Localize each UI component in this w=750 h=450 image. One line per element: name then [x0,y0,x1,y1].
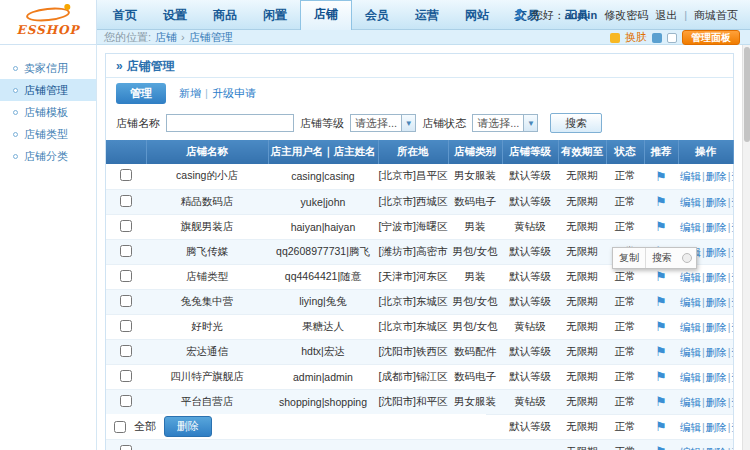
sidebar-item-seller-credit[interactable]: 卖家信用 [0,57,96,79]
batch-delete-button[interactable]: 删除 [164,416,212,437]
action-view-shop[interactable]: 查店铺 [731,296,733,308]
nav-item-goods[interactable]: 商品 [200,0,250,30]
shop-status-select[interactable]: 请选择... ▼ [472,114,538,132]
nav-item-settings[interactable]: 设置 [150,0,200,30]
recommend-flag-icon[interactable]: ⚑ [655,194,667,209]
action-delete[interactable]: 删除 [706,271,727,283]
shop-grade-select[interactable]: 请选择... ▼ [350,114,416,132]
action-delete[interactable]: 删除 [706,396,727,408]
action-edit[interactable]: 编辑 [680,446,701,450]
action-view-shop[interactable]: 查店铺 [731,271,733,283]
change-password-link[interactable]: 修改密码 [604,8,648,23]
recommend-flag-icon[interactable]: ⚑ [655,369,667,384]
admin-panel-button[interactable]: 管理面板 [682,30,740,45]
action-view-shop[interactable]: 查店铺 [731,346,733,358]
cell-location: [沈阳市]和平区 [378,389,448,414]
action-edit[interactable]: 编辑 [680,271,701,283]
action-delete[interactable]: 删除 [706,296,727,308]
monitor-icon[interactable] [667,33,677,43]
action-view-shop[interactable]: 查店铺 [731,170,733,182]
sidebar-item-shop-template[interactable]: 店铺模板 [0,101,96,123]
breadcrumb-page[interactable]: 店铺管理 [189,30,233,45]
shop-name-input[interactable] [166,114,294,132]
action-edit[interactable]: 编辑 [680,170,701,182]
row-checkbox[interactable] [120,445,132,450]
scrollbar-thumb[interactable] [744,47,750,142]
row-checkbox[interactable] [120,395,132,407]
recommend-flag-icon[interactable]: ⚑ [655,219,667,234]
popup-search-button[interactable]: 搜索 [645,248,678,268]
sidebar-item-shop-category[interactable]: 店铺分类 [0,145,96,167]
recommend-flag-icon[interactable]: ⚑ [655,169,667,184]
search-button[interactable]: 搜索 [550,113,602,133]
tab-upgrade-apply[interactable]: 升级申请 [212,87,256,99]
row-checkbox[interactable] [120,195,132,207]
action-view-shop[interactable]: 查店铺 [731,446,733,450]
recommend-flag-icon[interactable]: ⚑ [655,319,667,334]
action-delete[interactable]: 删除 [706,421,727,433]
row-checkbox[interactable] [120,295,132,307]
change-skin-link[interactable]: 换肤 [625,30,647,45]
mall-home-link[interactable]: 商城首页 [694,8,738,23]
popup-settings-icon[interactable] [682,253,692,263]
action-edit[interactable]: 编辑 [680,196,701,208]
copy-button[interactable]: 复制 [613,248,645,268]
action-view-shop[interactable]: 查店铺 [731,196,733,208]
nav-item-member[interactable]: 会员 [352,0,402,30]
scrollbar[interactable] [742,45,750,450]
recommend-flag-icon[interactable]: ⚑ [655,294,667,309]
action-edit[interactable]: 编辑 [680,296,701,308]
action-delete[interactable]: 删除 [706,446,727,450]
select-all-checkbox[interactable] [114,421,126,433]
action-delete[interactable]: 删除 [706,196,727,208]
action-edit[interactable]: 编辑 [680,371,701,383]
logo[interactable]: ESSHOP [0,0,97,45]
recommend-flag-icon[interactable]: ⚑ [655,344,667,359]
table-row: 四川特产旗舰店admin|admin[成都市]锦江区数码电子默认等级无限期正常⚑… [106,364,733,389]
row-checkbox[interactable] [120,220,132,232]
row-checkbox[interactable] [120,345,132,357]
action-delete[interactable]: 删除 [706,221,727,233]
nav-item-secondhand[interactable]: 闲置 [250,0,300,30]
action-edit[interactable]: 编辑 [680,421,701,433]
action-edit[interactable]: 编辑 [680,396,701,408]
recommend-flag-icon[interactable]: ⚑ [655,444,667,450]
row-checkbox[interactable] [120,169,132,181]
action-delete[interactable]: 删除 [706,371,727,383]
action-edit[interactable]: 编辑 [680,346,701,358]
recommend-flag-icon[interactable]: ⚑ [655,394,667,409]
action-delete[interactable]: 删除 [706,170,727,182]
action-edit[interactable]: 编辑 [680,321,701,333]
action-delete[interactable]: 删除 [706,246,727,258]
sidebar-item-shop-type[interactable]: 店铺类型 [0,123,96,145]
tab-add[interactable]: 新增 [179,87,201,99]
row-checkbox[interactable] [120,370,132,382]
tab-manage[interactable]: 管理 [116,83,166,104]
nav-item-home[interactable]: 首页 [100,0,150,30]
action-view-shop[interactable]: 查店铺 [731,371,733,383]
action-view-shop[interactable]: 查店铺 [731,321,733,333]
nav-item-operation[interactable]: 运营 [402,0,452,30]
nav-item-website[interactable]: 网站 [452,0,502,30]
recommend-flag-icon[interactable]: ⚑ [655,269,667,284]
action-delete[interactable]: 删除 [706,321,727,333]
grid-icon[interactable] [652,33,662,43]
action-view-shop[interactable]: 查店铺 [731,421,733,433]
row-checkbox[interactable] [120,270,132,282]
recommend-flag-icon[interactable]: ⚑ [655,419,667,434]
row-checkbox[interactable] [120,245,132,257]
user-area: 您好：admin 修改密码 退出 | 商城首页 [513,0,738,30]
action-delete[interactable]: 删除 [706,346,727,358]
sidebar-item-shop-manage[interactable]: 店铺管理 [0,79,96,101]
skin-icon[interactable] [610,33,620,43]
action-edit[interactable]: 编辑 [680,221,701,233]
column-header-status: 状态 [606,140,644,164]
row-checkbox[interactable] [120,320,132,332]
cell-location: [宁波市]海曙区 [378,214,448,239]
action-view-shop[interactable]: 查店铺 [731,221,733,233]
breadcrumb-section[interactable]: 店铺 [155,30,177,45]
action-view-shop[interactable]: 查店铺 [731,396,733,408]
logout-link[interactable]: 退出 [655,8,677,23]
nav-item-shop[interactable]: 店铺 [300,0,352,30]
action-view-shop[interactable]: 查店铺 [731,246,733,258]
